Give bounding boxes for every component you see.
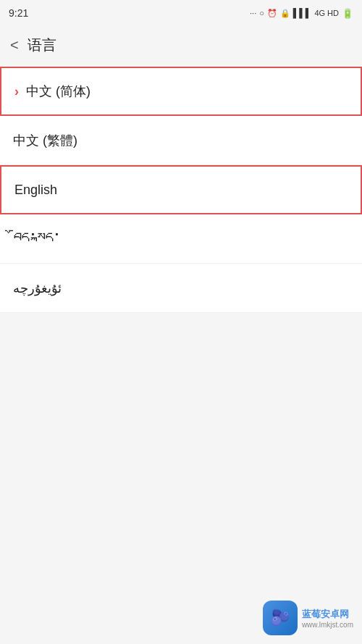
signal-dots: ···: [250, 9, 256, 17]
page-title: 语言: [28, 35, 56, 55]
battery-icon: 🔋: [342, 8, 353, 19]
watermark: 🫐 蓝莓安卓网 www.lmkjst.com: [263, 601, 353, 635]
chevron-icon: ›: [14, 84, 19, 99]
alarm-icon: ○: [259, 9, 264, 17]
lock-icon: 🔒: [280, 9, 290, 18]
watermark-text: 蓝莓安卓网 www.lmkjst.com: [302, 608, 353, 629]
language-name: 中文 (简体): [26, 83, 90, 100]
language-name: English: [14, 183, 57, 198]
language-name: 中文 (繁體): [13, 132, 77, 149]
watermark-logo: 🫐: [263, 601, 298, 635]
language-item-zh-hans[interactable]: ›中文 (简体): [0, 67, 362, 116]
language-item-tibetan[interactable]: བོད་སྐད་: [0, 214, 362, 264]
signal-bars: ▌▌▌: [293, 8, 312, 18]
language-name: བོད་སྐད་: [13, 230, 61, 248]
language-item-zh-hant[interactable]: 中文 (繁體): [0, 116, 362, 165]
language-item-uyghur[interactable]: ئۇيغۇرچە: [0, 264, 362, 313]
logo-icon: 🫐: [270, 609, 290, 627]
status-icons: ··· ○ ⏰ 🔒 ▌▌▌ 4G HD 🔋: [250, 8, 353, 19]
network-label: 4G HD: [314, 9, 339, 17]
language-name: ئۇيغۇرچە: [13, 280, 62, 296]
watermark-site-name: 蓝莓安卓网: [302, 608, 353, 621]
back-button[interactable]: <: [10, 37, 19, 54]
clock-icon: ⏰: [267, 9, 277, 18]
status-bar: 9:21 ··· ○ ⏰ 🔒 ▌▌▌ 4G HD 🔋: [0, 0, 362, 26]
language-list: ›中文 (简体)中文 (繁體)Englishབོད་སྐད་ئۇيغۇرچە: [0, 67, 362, 313]
language-item-en[interactable]: English: [0, 165, 362, 214]
status-time: 9:21: [9, 7, 28, 19]
title-bar: < 语言: [0, 26, 362, 64]
watermark-url: www.lmkjst.com: [302, 621, 353, 629]
